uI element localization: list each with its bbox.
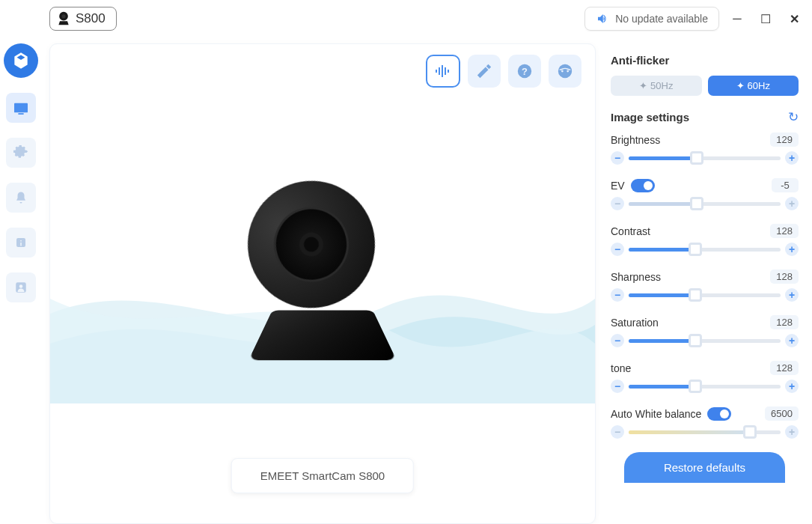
slider-track[interactable]: [629, 339, 781, 343]
mask-icon: [557, 63, 573, 79]
setting-value: 6500: [765, 406, 799, 421]
setting-toggle[interactable]: [631, 179, 655, 192]
device-label: S800: [76, 11, 106, 26]
sidebar-camera-icon[interactable]: [6, 93, 36, 123]
setting-label: Auto White balance: [611, 408, 701, 420]
slider-track: [629, 202, 781, 206]
product-name-label: EMEET SmartCam S800: [231, 458, 414, 493]
setting-slider[interactable]: −+: [611, 288, 799, 302]
setting-contrast: Contrast128−+: [611, 224, 799, 256]
preview-toolbar: ?: [426, 55, 581, 88]
setting-slider[interactable]: −+: [611, 151, 799, 165]
increment-button[interactable]: +: [785, 334, 799, 347]
close-button[interactable]: ✕: [784, 8, 805, 29]
increment-button[interactable]: +: [785, 243, 799, 256]
decrement-button[interactable]: −: [611, 380, 624, 393]
setting-saturation: Saturation128−+: [611, 315, 799, 347]
app-logo: [4, 43, 38, 78]
device-selector[interactable]: S800: [49, 7, 117, 31]
setting-value: 128: [770, 224, 799, 238]
antiflicker-50hz[interactable]: ✦50Hz: [611, 76, 702, 96]
tools-button[interactable]: [468, 55, 501, 88]
svg-point-18: [567, 70, 569, 73]
audio-tool-button[interactable]: [426, 55, 460, 88]
slider-track[interactable]: [629, 248, 781, 252]
setting-value: 128: [770, 269, 799, 284]
sidebar-info-icon[interactable]: [6, 228, 36, 258]
setting-tone: tone128−+: [611, 361, 799, 393]
antiflicker-60hz[interactable]: ✦60Hz: [708, 76, 799, 96]
restore-defaults-button[interactable]: Restore defaults: [624, 452, 785, 483]
setting-slider: −+: [611, 197, 799, 210]
svg-rect-9: [436, 70, 437, 73]
svg-point-6: [19, 284, 23, 288]
reset-image-settings-icon[interactable]: ↻: [788, 109, 799, 125]
svg-point-8: [62, 14, 66, 18]
help-button[interactable]: ?: [508, 55, 541, 88]
setting-slider[interactable]: −+: [611, 380, 799, 393]
setting-label: tone: [611, 362, 631, 374]
slider-track[interactable]: [629, 293, 781, 297]
increment-button[interactable]: +: [785, 380, 799, 393]
svg-rect-12: [445, 67, 446, 75]
svg-text:?: ?: [522, 66, 528, 77]
setting-label: EV: [611, 180, 625, 192]
setting-slider[interactable]: −+: [611, 243, 799, 256]
slider-track[interactable]: [629, 156, 781, 160]
svg-rect-1: [18, 113, 23, 115]
slider-track: [629, 430, 781, 434]
setting-value: -5: [772, 178, 799, 192]
increment-button[interactable]: +: [785, 151, 799, 165]
webcam-icon: [56, 10, 71, 27]
decrement-button[interactable]: −: [611, 288, 624, 302]
effects-button[interactable]: [549, 55, 581, 88]
setting-value: 128: [770, 315, 799, 329]
svg-rect-10: [439, 67, 440, 75]
setting-label: Saturation: [611, 317, 659, 329]
titlebar: S800 No update available ─ ☐ ✕: [42, 0, 812, 37]
update-status[interactable]: No update available: [584, 7, 719, 31]
setting-auto-white-balance: Auto White balance6500−+: [611, 406, 799, 439]
setting-label: Brightness: [611, 134, 660, 146]
sparkle-icon: ✦: [639, 80, 647, 91]
svg-point-16: [558, 64, 572, 78]
setting-label: Contrast: [611, 225, 650, 237]
minimize-button[interactable]: ─: [727, 8, 748, 29]
svg-rect-11: [442, 65, 443, 77]
maximize-button[interactable]: ☐: [755, 8, 776, 29]
decrement-button: −: [611, 197, 624, 210]
decrement-button[interactable]: −: [611, 151, 624, 165]
image-settings-title: Image settings: [611, 111, 689, 124]
setting-ev: EV-5−+: [611, 178, 799, 210]
svg-point-17: [561, 70, 564, 73]
svg-rect-3: [20, 240, 22, 242]
slider-track[interactable]: [629, 385, 781, 389]
question-icon: ?: [516, 63, 533, 79]
setting-slider: −+: [611, 425, 799, 439]
increment-button[interactable]: +: [785, 288, 799, 302]
decrement-button[interactable]: −: [611, 334, 624, 347]
setting-label: Sharpness: [611, 271, 661, 283]
sidebar-notifications-icon[interactable]: [6, 183, 36, 213]
camera-preview: ? EMEET SmartCam S800: [49, 43, 596, 524]
sidebar: [0, 0, 42, 524]
sidebar-settings-icon[interactable]: [6, 138, 36, 168]
decrement-button: −: [611, 425, 624, 439]
svg-rect-0: [14, 103, 28, 113]
setting-sharpness: Sharpness128−+: [611, 269, 799, 302]
sidebar-profile-icon[interactable]: [6, 272, 36, 302]
increment-button: +: [785, 425, 799, 439]
speaker-icon: [596, 12, 609, 25]
product-image: [248, 181, 397, 368]
setting-slider[interactable]: −+: [611, 334, 799, 347]
decrement-button[interactable]: −: [611, 243, 624, 256]
update-text: No update available: [615, 13, 708, 25]
sparkle-icon: ✦: [736, 80, 745, 91]
setting-value: 129: [770, 132, 799, 147]
setting-toggle[interactable]: [707, 407, 731, 421]
setting-value: 128: [770, 361, 799, 375]
svg-rect-13: [448, 70, 449, 73]
anti-flicker-options: ✦50Hz ✦60Hz: [611, 76, 799, 96]
wrench-icon: [476, 63, 492, 79]
anti-flicker-title: Anti-flicker: [611, 54, 799, 67]
